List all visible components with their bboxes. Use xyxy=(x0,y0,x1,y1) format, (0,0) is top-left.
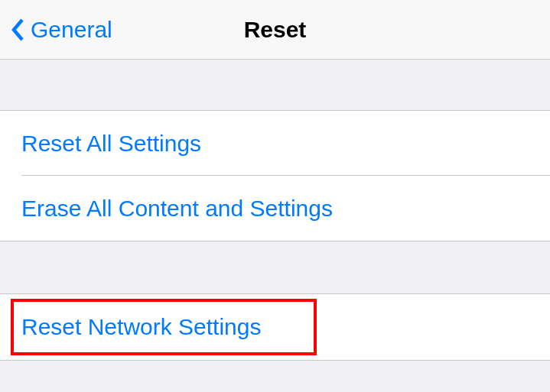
spacer xyxy=(0,60,550,110)
back-label: General xyxy=(31,17,112,43)
row-label: Reset All Settings xyxy=(21,131,201,157)
spacer xyxy=(0,241,550,293)
settings-group-2: Reset Network Settings xyxy=(0,293,550,361)
reset-network-settings-row[interactable]: Reset Network Settings xyxy=(0,294,550,360)
erase-all-content-row[interactable]: Erase All Content and Settings xyxy=(0,176,550,241)
reset-all-settings-row[interactable]: Reset All Settings xyxy=(0,111,550,176)
settings-group-1: Reset All Settings Erase All Content and… xyxy=(0,110,550,241)
nav-bar: General Reset xyxy=(0,0,550,60)
row-label: Erase All Content and Settings xyxy=(21,196,333,222)
back-button[interactable]: General xyxy=(0,17,112,43)
row-label: Reset Network Settings xyxy=(21,314,261,340)
chevron-left-icon xyxy=(11,18,24,42)
page-title: Reset xyxy=(244,17,307,43)
